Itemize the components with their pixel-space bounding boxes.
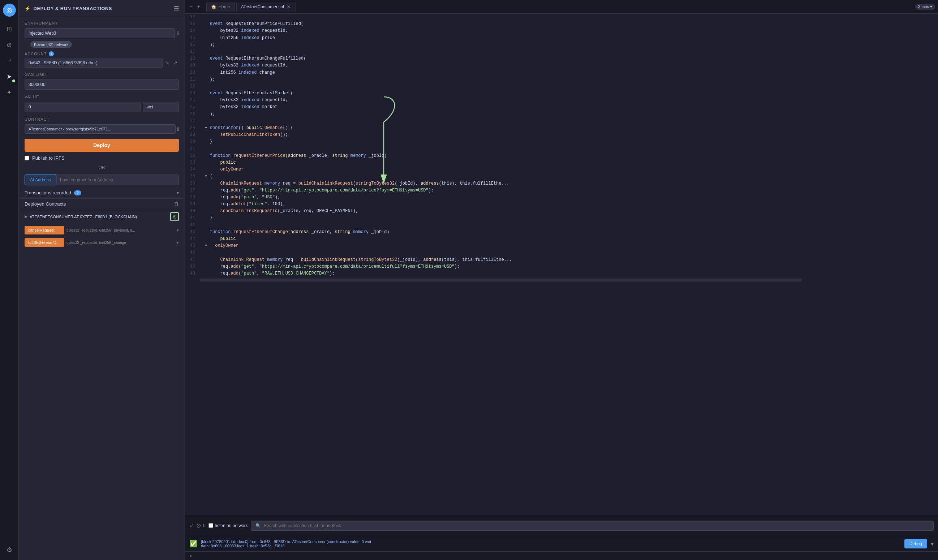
copy-account-btn[interactable]: ⎘ [165, 58, 170, 67]
files-icon[interactable]: ⊞ [3, 22, 16, 35]
deploy-header-icon: ⚡ [25, 6, 31, 11]
code-line: 23 event RequestEthereumLastMarket( [185, 90, 938, 97]
copy-address-button[interactable]: ⎘ [170, 212, 179, 221]
code-line: 29 setPublicChainlinkToken(); [185, 132, 938, 138]
instance-chevron-icon[interactable]: ▶ [25, 214, 28, 219]
sidebar: ◎ ⊞ ⊕ ⑂ ➤ ✦ ⚙ [0, 0, 19, 560]
transactions-header[interactable]: Transactions recorded 2 ▾ [19, 187, 185, 198]
listen-network-label: listen on network [215, 523, 248, 528]
code-line: 36 ChainlinkRequest memory req = buildCh… [185, 180, 938, 187]
plugin-icon[interactable]: ✦ [3, 86, 16, 99]
search-input[interactable] [264, 523, 929, 528]
debug-button[interactable]: Debug [904, 539, 927, 548]
zoom-in-btn[interactable]: + [195, 3, 201, 11]
code-line: 44 public [185, 235, 938, 242]
deployed-contracts-label: Deployed Contracts [25, 201, 66, 207]
environment-info-icon[interactable]: ℹ [177, 30, 179, 36]
tab-atestnet[interactable]: ATestnetConsumer.sol ✕ [236, 2, 296, 12]
code-line: 20 int256 indexed change [185, 69, 938, 76]
or-divider: OR [19, 162, 185, 173]
settings-icon[interactable]: ⚙ [3, 543, 16, 556]
prompt-line: > [185, 551, 938, 560]
account-label: ACCOUNT [25, 52, 47, 56]
environment-select[interactable]: Injected Web3 [25, 28, 175, 38]
cancel-request-button[interactable]: cancelRequest [25, 226, 64, 234]
code-line: 46 [185, 249, 938, 256]
trash-icon[interactable]: 🗑 [174, 201, 179, 207]
code-line: 35 ▾ { [185, 173, 938, 180]
code-line: 25 bytes32 indexed market [185, 104, 938, 111]
load-contract-input[interactable] [56, 174, 179, 185]
ipfs-row: Publish to IPFS [19, 154, 185, 162]
zoom-out-btn[interactable]: − [188, 3, 194, 11]
fulfill-ethereum-params: bytes32 _requestId, uint256 _change [66, 241, 175, 245]
code-line: 41 } [185, 215, 938, 222]
code-line: 17 [185, 48, 938, 55]
code-line: 31 [185, 146, 938, 152]
fulfill-ethereum-chevron-icon[interactable]: ▾ [177, 240, 179, 245]
prompt-symbol: > [189, 553, 192, 558]
code-line: 30 } [185, 138, 938, 145]
fulfill-ethereum-button[interactable]: fulfillEthereumC... [25, 238, 64, 247]
terminal-stop-icon[interactable]: ⊘ [196, 522, 201, 529]
code-line: 19 bytes32 indexed requestId, [185, 62, 938, 69]
external-link-btn[interactable]: ↗ [172, 58, 179, 67]
cancel-request-chevron-icon[interactable]: ▾ [177, 228, 179, 233]
transactions-chevron-icon: ▾ [177, 191, 179, 195]
terminal-expand-icon[interactable]: ⤢ [189, 522, 194, 529]
logo-icon[interactable]: ◎ [3, 4, 16, 17]
account-select[interactable]: 0x643...9F88D (1.666673996 ether) [25, 58, 163, 68]
tab-close-btn[interactable]: ✕ [286, 4, 291, 9]
contract-row: ATestnetConsumer - browser/gists/9b71e07… [19, 123, 185, 135]
transaction-expand-btn[interactable]: ▾ [931, 540, 934, 547]
code-line: 14 bytes32 indexed requestId, [185, 28, 938, 34]
code-line: 34 onlyOwner [185, 166, 938, 173]
publish-ipfs-checkbox[interactable] [25, 156, 29, 160]
fulfill-ethereum-row: fulfillEthereumC... bytes32 _requestId, … [19, 236, 185, 249]
account-label-row: ACCOUNT + [19, 50, 185, 57]
code-line: 47 Chainlink.Request memory req = buildC… [185, 257, 938, 263]
value-input[interactable] [25, 102, 141, 112]
deploy-icon[interactable]: ➤ [3, 70, 16, 83]
horizontal-scrollbar[interactable] [200, 278, 802, 282]
code-line: 32 function requestEthereumPrice(address… [185, 152, 938, 159]
code-line: 26 ); [185, 111, 938, 118]
code-line: 22 [185, 83, 938, 90]
unit-select[interactable]: wei gwei finney ether [143, 102, 179, 112]
code-line: 21 ); [185, 76, 938, 83]
contract-select[interactable]: ATestnetConsumer - browser/gists/9b71e07… [25, 124, 175, 134]
account-input-row: 0x643...9F88D (1.666673996 ether) ⎘ ↗ [19, 57, 185, 69]
add-account-icon[interactable]: + [49, 51, 54, 56]
deploy-header: ⚡ DEPLOY & RUN TRANSACTIONS ☰ [19, 0, 185, 17]
publish-ipfs-label: Publish to IPFS [32, 155, 65, 161]
deploy-button[interactable]: Deploy [25, 139, 179, 152]
home-tab-icon: 🏠 [211, 4, 217, 9]
code-line: 16 ); [185, 42, 938, 48]
code-line: 37 req.add("get", "https://min-api.crypt… [185, 187, 938, 194]
terminal-bar: ⤢ ⊘ 0 listen on network 🔍 [185, 515, 938, 536]
instance-name: ATESTNETCONSUMER AT 0X7E7...E80D1 (BLOCK… [30, 215, 168, 219]
code-line: 45 ▾ onlyOwner [185, 242, 938, 249]
listen-network-checkbox[interactable] [209, 523, 213, 528]
deploy-title: DEPLOY & RUN TRANSACTIONS [34, 6, 112, 11]
contract-instance-header: ▶ ATESTNETCONSUMER AT 0X7E7...E80D1 (BLO… [25, 211, 179, 223]
transaction-detail: [block:20780401 txIndex:0] from: 0x643..… [201, 539, 371, 544]
at-address-button[interactable]: At Address [25, 174, 56, 185]
success-icon: ✅ [189, 540, 197, 548]
menu-icon[interactable]: ☰ [174, 5, 179, 12]
git-icon[interactable]: ⑂ [3, 54, 16, 67]
code-line: 40 sendChainlinkRequestTo(_oracle, req, … [185, 208, 938, 215]
search-bar: 🔍 [251, 521, 934, 531]
contract-info-icon[interactable]: ℹ [177, 126, 179, 132]
search-sidebar-icon[interactable]: ⊕ [3, 38, 16, 51]
code-line: 42 [185, 222, 938, 229]
deployed-contracts-header: Deployed Contracts 🗑 [19, 198, 185, 209]
gas-limit-input[interactable] [25, 80, 179, 89]
gas-limit-label: GAS LIMIT [19, 69, 185, 78]
home-tab-label: Home [218, 4, 230, 9]
cancel-request-row: cancelRequest bytes32 _requestId, uint25… [19, 224, 185, 236]
transaction-text: [block:20780401 txIndex:0] from: 0x643..… [201, 539, 901, 548]
environment-row: Injected Web3 ℹ [19, 27, 185, 40]
tab-home[interactable]: 🏠 Home [206, 2, 235, 12]
tabs-count[interactable]: 2 tabs ▾ [915, 4, 935, 10]
